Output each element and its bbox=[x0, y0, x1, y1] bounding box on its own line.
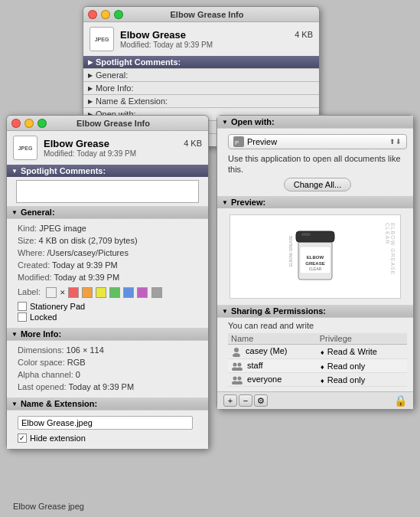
table-row: staff ⬧ Read only bbox=[228, 359, 407, 373]
remove-permission-button[interactable]: − bbox=[239, 394, 252, 407]
file-header-small: JPEG Elbow Grease Modified: Today at 9:3… bbox=[83, 22, 319, 56]
dimensions-label: Dimensions: bbox=[18, 345, 64, 355]
stationery-label: Stationery Pad bbox=[30, 302, 85, 311]
svg-text:GREASE: GREASE bbox=[305, 261, 324, 266]
section-spotlight-label-small: Spotlight Comments: bbox=[96, 57, 181, 67]
file-size-small: 4 KB bbox=[295, 27, 313, 39]
priv-arrows-everyone: ⬧ bbox=[320, 375, 327, 384]
svg-point-16 bbox=[233, 377, 237, 381]
label-color-yellow[interactable] bbox=[96, 287, 106, 298]
section-nameext-label-small: Name & Extension: bbox=[96, 97, 168, 106]
sharing-desc: You can read and write bbox=[228, 321, 407, 330]
window-right: ▼ Open with: P Preview ⬆⬇ Use this appli… bbox=[217, 115, 414, 410]
size-label: Size: bbox=[18, 236, 36, 245]
sharing-body: You can read and write Name Privilege ca… bbox=[217, 317, 413, 391]
user-icon-casey bbox=[231, 346, 242, 357]
file-modified-main: Modified: Today at 9:39 PM bbox=[44, 149, 136, 158]
svg-point-10 bbox=[234, 348, 239, 352]
created-value: Today at 9:39 PM bbox=[52, 260, 118, 270]
svg-point-19 bbox=[236, 381, 243, 385]
priv-arrows-staff: ⬧ bbox=[320, 362, 327, 371]
where-value: /Users/casey/Pictures bbox=[47, 248, 129, 257]
section-general-label-main: General: bbox=[21, 208, 55, 217]
section-openwith-right[interactable]: ▼ Open with: bbox=[217, 116, 413, 128]
section-openwith-label-right: Open with: bbox=[231, 117, 275, 126]
label-color-purple[interactable] bbox=[137, 287, 148, 298]
window-title-small: Elbow Grease Info bbox=[99, 10, 314, 19]
section-preview-label-right: Preview: bbox=[231, 198, 265, 207]
triangle-moreinfo-small: ▶ bbox=[88, 85, 93, 92]
lastopened-label: Last opened: bbox=[18, 382, 67, 391]
section-general-main[interactable]: ▼ General: bbox=[7, 206, 208, 218]
section-general-small[interactable]: ▶ General: bbox=[83, 68, 319, 81]
triangle-spotlight-main: ▼ bbox=[11, 168, 18, 175]
triangle-general-small: ▶ bbox=[88, 72, 93, 79]
triangle-icon-small: ▶ bbox=[88, 59, 93, 66]
table-row: everyone ⬧ Read only bbox=[228, 373, 407, 387]
label-color-blue[interactable] bbox=[123, 287, 134, 298]
section-sharing-right[interactable]: ▼ Sharing & Permissions: bbox=[217, 305, 413, 317]
preview-body: ELBOW GREASE ELBOW GREASE CLEAR ELBOW GR… bbox=[217, 208, 413, 305]
openwith-body: P Preview ⬆⬇ Use this application to ope… bbox=[217, 128, 413, 196]
file-modified-small: Modified: Today at 9:39 PM bbox=[120, 41, 213, 49]
triangle-sharing-right: ▼ bbox=[222, 308, 228, 315]
hide-ext-checkbox[interactable] bbox=[18, 434, 27, 443]
col-name-header: Name bbox=[228, 333, 317, 345]
close-button-main[interactable] bbox=[11, 119, 21, 128]
lock-icon[interactable]: 🔒 bbox=[394, 394, 407, 407]
section-spotlight-small[interactable]: ▶ Spotlight Comments: bbox=[83, 56, 319, 68]
window-title-main: Elbow Grease Info bbox=[23, 119, 203, 128]
section-nameext-small[interactable]: ▶ Name & Extension: bbox=[83, 94, 319, 107]
section-spotlight-main[interactable]: ▼ Spotlight Comments: bbox=[7, 165, 208, 177]
svg-point-12 bbox=[233, 363, 237, 367]
hide-ext-label: Hide extension bbox=[30, 434, 86, 443]
spotlight-text-input[interactable] bbox=[16, 180, 199, 203]
section-nameext-main[interactable]: ▼ Name & Extension: bbox=[7, 398, 208, 410]
label-color-green[interactable] bbox=[109, 287, 120, 298]
app-name: Preview bbox=[247, 137, 277, 146]
svg-point-13 bbox=[238, 363, 242, 367]
perm-priv-everyone[interactable]: ⬧ Read only bbox=[317, 373, 407, 387]
file-title-main: Elbow Grease bbox=[44, 138, 136, 149]
section-moreinfo-main[interactable]: ▼ More Info: bbox=[7, 328, 208, 340]
lastopened-value: Today at 9:39 PM bbox=[68, 382, 134, 391]
priv-arrows-casey: ⬧ bbox=[320, 347, 327, 356]
file-icon-main: JPEG bbox=[13, 136, 37, 160]
label-color-orange[interactable] bbox=[82, 287, 93, 298]
triangle-preview-right: ▼ bbox=[222, 199, 228, 206]
perm-name-staff: staff bbox=[228, 359, 317, 373]
perm-name-casey: casey (Me) bbox=[228, 345, 317, 359]
perm-priv-casey[interactable]: ⬧ Read & Write bbox=[317, 345, 407, 359]
svg-text:ELBOW GREASE: ELBOW GREASE bbox=[288, 235, 293, 267]
gear-permission-button[interactable]: ⚙ bbox=[254, 394, 268, 407]
locked-label: Locked bbox=[30, 312, 57, 322]
section-preview-right[interactable]: ▼ Preview: bbox=[217, 196, 413, 208]
triangle-general-main: ▼ bbox=[11, 209, 18, 216]
label-color-red[interactable] bbox=[68, 287, 79, 298]
change-all-container: Change All... bbox=[228, 178, 407, 191]
bottom-filename-label: Elbow Grease jpeg bbox=[13, 502, 84, 511]
kind-value: JPEG image bbox=[39, 224, 86, 233]
stationery-checkbox[interactable] bbox=[18, 302, 27, 311]
kind-row: Kind: JPEG image bbox=[18, 222, 202, 234]
add-permission-button[interactable]: + bbox=[223, 394, 237, 407]
stationery-checkbox-row: Stationery Pad bbox=[18, 302, 202, 311]
close-button-small[interactable] bbox=[88, 10, 97, 19]
label-color-gray[interactable] bbox=[151, 287, 162, 298]
filename-input[interactable] bbox=[18, 416, 193, 430]
colorspace-label: Color space: bbox=[18, 358, 65, 367]
svg-point-17 bbox=[238, 377, 242, 381]
change-all-button[interactable]: Change All... bbox=[284, 178, 351, 191]
app-dropdown[interactable]: P Preview ⬆⬇ bbox=[228, 134, 407, 149]
permissions-toolbar: + − ⚙ 🔒 bbox=[217, 391, 413, 409]
lastopened-row: Last opened: Today at 9:39 PM bbox=[18, 381, 202, 393]
svg-text:CLEAR: CLEAR bbox=[309, 267, 322, 271]
section-moreinfo-small[interactable]: ▶ More Info: bbox=[83, 81, 319, 94]
locked-checkbox[interactable] bbox=[18, 312, 27, 322]
perm-priv-staff[interactable]: ⬧ Read only bbox=[317, 359, 407, 373]
users-icon-everyone bbox=[231, 375, 243, 384]
perm-name-casey-label: casey (Me) bbox=[246, 346, 287, 355]
svg-text:ELBOW: ELBOW bbox=[307, 255, 324, 260]
label-color-none[interactable] bbox=[46, 287, 57, 298]
file-header-main: JPEG Elbow Grease Modified: Today at 9:3… bbox=[7, 131, 208, 165]
